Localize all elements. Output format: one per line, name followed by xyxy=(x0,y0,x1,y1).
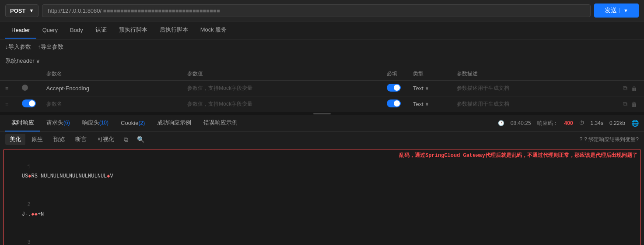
drag-handle-1[interactable]: ≡ xyxy=(0,81,17,96)
section-title: 系统header xyxy=(5,57,34,65)
type-value-2: Text xyxy=(413,101,424,107)
toggle-knob-req-2 xyxy=(394,100,400,107)
row-toggle-2[interactable] xyxy=(17,96,41,112)
delete-icon-2[interactable]: 🗑 xyxy=(631,101,637,108)
response-tab-error-example[interactable]: 错误响应示例 xyxy=(197,115,244,131)
drag-icon-2: ≡ xyxy=(5,101,9,107)
row-actions-1: ⧉ 🗑 xyxy=(618,81,644,96)
action-buttons-2: ⧉ 🗑 xyxy=(623,100,639,108)
tab-pre-script[interactable]: 预执行脚本 xyxy=(113,21,154,39)
body-format-tabs: 美化 原生 预览 断言 可视化 ⧉ 🔍 xyxy=(5,134,148,145)
globe-icon: 🌐 xyxy=(631,120,639,127)
divider-handle xyxy=(313,113,331,114)
line-num-1: 1 xyxy=(22,163,31,172)
col-type: 类型 xyxy=(408,67,452,81)
type-cell-1[interactable]: Text ∨ xyxy=(408,81,452,96)
toggle-knob-1 xyxy=(394,85,400,91)
description-placeholder-1: 参数描述用于生成文档 xyxy=(457,85,509,91)
type-select-2[interactable]: Text ∨ xyxy=(413,101,446,107)
format-btn-assert[interactable]: 断言 xyxy=(71,134,91,145)
import-params-button[interactable]: ↓导入参数 xyxy=(5,43,31,51)
clock-icon: 🕐 xyxy=(498,120,504,126)
description-placeholder-2: 参数描述用于生成文档 xyxy=(457,101,509,107)
comment-text: 乱码，通过SpringCloud Gateway代理后就是乱码，不通过代理则正常… xyxy=(399,153,637,159)
toggle-knob-2 xyxy=(29,100,35,107)
export-params-button[interactable]: ↑导出参数 xyxy=(38,43,64,51)
tab-mock[interactable]: Mock 服务 xyxy=(194,21,233,39)
param-value-cell-1[interactable]: 参数值，支持Mock字段变量 xyxy=(182,81,382,96)
response-size: 0.22kb xyxy=(609,120,625,126)
response-comment: 乱码，通过SpringCloud Gateway代理后就是乱码，不通过代理则正常… xyxy=(399,151,637,161)
response-tabs-row: 实时响应 请求头(6) 响应头(10) Cookie(2) 成功响应示例 错误响… xyxy=(0,115,644,132)
type-value-1: Text xyxy=(413,85,424,92)
table-row: ≡ Accept-Encoding 参数值，支持Mock字段变量 Text ∨ xyxy=(0,81,644,96)
type-chevron-1: ∨ xyxy=(425,85,429,91)
action-buttons-1: ⧉ 🗑 xyxy=(623,85,639,92)
drag-icon-1: ≡ xyxy=(5,85,9,92)
response-duration: 1.34s xyxy=(591,120,603,126)
format-btn-raw[interactable]: 原生 xyxy=(27,134,47,145)
param-name-cell-1: Accept-Encoding xyxy=(41,81,182,96)
import-label: ↓导入参数 xyxy=(5,43,31,51)
required-toggle-1[interactable] xyxy=(387,84,401,92)
row-actions-2: ⧉ 🗑 xyxy=(618,96,644,112)
format-btn-visual[interactable]: 可视化 xyxy=(93,134,119,145)
type-select-1[interactable]: Text ∨ xyxy=(413,85,446,92)
export-label: ↑导出参数 xyxy=(38,43,64,51)
delete-icon-1[interactable]: 🗑 xyxy=(631,85,637,92)
required-toggle-2[interactable] xyxy=(387,99,401,107)
system-header-section[interactable]: 系统header ∨ xyxy=(0,54,644,67)
description-cell-1[interactable]: 参数描述用于生成文档 xyxy=(452,81,618,96)
params-table: 参数名 参数值 必填 类型 参数描述 ≡ Accept-Encoding 参数值… xyxy=(0,67,644,112)
send-dropdown-arrow[interactable]: ▼ xyxy=(620,8,628,13)
tab-post-script[interactable]: 后执行脚本 xyxy=(154,21,194,39)
format-btn-beautify[interactable]: 美化 xyxy=(5,134,25,145)
code-line-3: 3 .I,)-◆◆, .◆◆JM.Q◆◆F◆◆◆GW+AEoT◆◆SR◆◆◆,u… xyxy=(9,229,635,245)
tab-auth[interactable]: 认证 xyxy=(89,21,113,39)
search-format-icon[interactable]: 🔍 xyxy=(133,134,148,145)
url-input[interactable]: http://127.0.0.1:8080/ ■■■■■■■■■■■■■■■■■… xyxy=(42,4,591,17)
code-content-2: J-. xyxy=(22,211,32,217)
status-code: 400 xyxy=(564,120,573,126)
response-tab-request-headers[interactable]: 请求头(6) xyxy=(40,115,76,131)
param-name-1: Accept-Encoding xyxy=(46,85,89,92)
description-cell-2[interactable]: 参数描述用于生成文档 xyxy=(452,96,618,112)
enabled-toggle-2[interactable] xyxy=(22,99,36,107)
tab-header[interactable]: Header xyxy=(5,22,36,39)
col-param-name: 参数名 xyxy=(41,67,182,81)
url-text: http://127.0.0.1:8080/ xyxy=(48,7,102,14)
format-btn-preview[interactable]: 预览 xyxy=(49,134,69,145)
col-actions xyxy=(618,67,644,81)
type-cell-2[interactable]: Text ∨ xyxy=(408,96,452,112)
response-tab-realtime[interactable]: 实时响应 xyxy=(5,115,40,131)
table-row: ≡ 参数名 参数值，支持Mock字段变量 Text ∨ xyxy=(0,96,644,112)
copy-icon-1[interactable]: ⧉ xyxy=(623,85,627,92)
tab-query[interactable]: Query xyxy=(36,22,64,39)
response-time: 08:40:25 xyxy=(511,120,531,126)
param-name-placeholder-2: 参数名 xyxy=(46,101,62,107)
drag-handle-2[interactable]: ≡ xyxy=(0,96,17,112)
tab-body[interactable]: Body xyxy=(64,22,89,39)
body-format-row: 美化 原生 预览 断言 可视化 ⧉ 🔍 ? ? 绑定响应结果到变量? xyxy=(0,132,644,147)
required-cell-1[interactable] xyxy=(382,81,408,96)
top-bar: POST ▼ http://127.0.0.1:8080/ ■■■■■■■■■■… xyxy=(0,0,644,21)
copy-icon-2[interactable]: ⧉ xyxy=(623,100,627,108)
response-info: 🕐 08:40:25 响应码： 400 ⏱ 1.34s 0.22kb 🌐 xyxy=(498,120,639,127)
bind-variable-button[interactable]: ? ? 绑定响应结果到变量? xyxy=(580,136,639,143)
response-content-area: 乱码，通过SpringCloud Gateway代理后就是乱码，不通过代理则正常… xyxy=(4,149,640,245)
param-name-cell-2[interactable]: 参数名 xyxy=(41,96,182,112)
main-tabs: Header Query Body 认证 预执行脚本 后执行脚本 Mock 服务 xyxy=(0,21,644,39)
response-tab-cookie[interactable]: Cookie(2) xyxy=(115,116,151,131)
response-tab-response-headers[interactable]: 响应头(10) xyxy=(76,115,115,131)
row-toggle-1[interactable] xyxy=(17,81,41,96)
col-param-value: 参数值 xyxy=(182,67,382,81)
copy-format-icon[interactable]: ⧉ xyxy=(120,134,132,145)
param-value-cell-2[interactable]: 参数值，支持Mock字段变量 xyxy=(182,96,382,112)
method-select[interactable]: POST ▼ xyxy=(5,4,38,17)
send-button[interactable]: 发送 ▼ xyxy=(594,4,639,18)
col-description: 参数描述 xyxy=(452,67,618,81)
required-cell-2[interactable] xyxy=(382,96,408,112)
question-icon: ? xyxy=(580,136,583,142)
response-tabs-left: 实时响应 请求头(6) 响应头(10) Cookie(2) 成功响应示例 错误响… xyxy=(5,115,244,131)
response-tab-success-example[interactable]: 成功响应示例 xyxy=(151,115,197,131)
